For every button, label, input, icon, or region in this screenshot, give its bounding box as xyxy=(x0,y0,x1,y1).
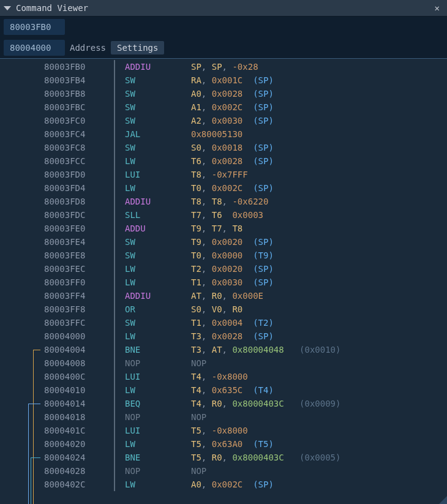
address: 80003FE8 xyxy=(42,249,92,262)
opcode: LW xyxy=(125,262,191,276)
separator xyxy=(114,249,115,262)
disasm-row[interactable]: 80003FBCSWA1, 0x002C (SP) xyxy=(0,100,447,114)
disasm-row[interactable]: 80003FD8ADDIUT8, T8, -0x6220 xyxy=(0,195,447,208)
operands: T1, 0x0030 (SP) xyxy=(191,276,447,289)
disasm-row[interactable]: 80003FECLWT2, 0x0020 (SP) xyxy=(0,262,447,276)
separator xyxy=(114,343,115,356)
disasm-row[interactable]: 80004028NOPNOP xyxy=(0,464,447,478)
disassembly-view[interactable]: 80003FB0ADDIUSP, SP, -0x2880003FB4SWRA, … xyxy=(0,59,447,504)
separator xyxy=(114,235,115,249)
operands: T6, 0x0028 (SP) xyxy=(191,154,447,168)
disasm-row[interactable]: 80003FB0ADDIUSP, SP, -0x28 xyxy=(0,60,447,73)
disasm-row[interactable]: 80003FC4JAL0x80005130 xyxy=(0,127,447,141)
address-input-2[interactable] xyxy=(4,40,65,56)
disasm-row[interactable]: 8000401CLUIT5, -0x8000 xyxy=(0,424,447,437)
operands: T7, T6 0x0003 xyxy=(191,208,447,222)
disasm-row[interactable]: 80003FFCSWT1, 0x0004 (T2) xyxy=(0,316,447,329)
close-icon[interactable]: ✕ xyxy=(432,2,442,13)
address: 80003FCC xyxy=(42,154,92,168)
gutter xyxy=(0,249,42,262)
gutter xyxy=(0,195,42,208)
separator xyxy=(114,195,115,208)
disasm-row[interactable]: 80003FF4ADDIUAT, R0, 0x000E xyxy=(0,289,447,303)
disasm-row[interactable]: 8000402CLWA0, 0x002C (SP) xyxy=(0,478,447,491)
gutter xyxy=(0,303,42,316)
opcode: LUI xyxy=(125,370,191,383)
operands: NOP xyxy=(191,410,447,424)
separator xyxy=(114,181,115,195)
address-input-1[interactable] xyxy=(4,19,65,35)
address: 80003FB4 xyxy=(42,73,92,87)
opcode: ADDIU xyxy=(125,195,191,208)
disasm-row[interactable]: 80003FF8ORS0, V0, R0 xyxy=(0,303,447,316)
disasm-row[interactable]: 80004000LWT3, 0x0028 (SP) xyxy=(0,329,447,343)
disasm-row[interactable]: 80004008NOPNOP xyxy=(0,356,447,370)
address: 80004004 xyxy=(42,343,92,356)
separator xyxy=(114,73,115,87)
opcode: SW xyxy=(125,114,191,127)
disasm-row[interactable]: 80003FC8SWS0, 0x0018 (SP) xyxy=(0,141,447,154)
operands: NOP xyxy=(191,356,447,370)
separator xyxy=(114,478,115,491)
operands: T2, 0x0020 (SP) xyxy=(191,262,447,276)
disasm-row[interactable]: 80003FDCSLLT7, T6 0x0003 xyxy=(0,208,447,222)
address: 80003FF8 xyxy=(42,303,92,316)
address: 80004008 xyxy=(42,356,92,370)
disasm-row[interactable]: 80003FCCLWT6, 0x0028 (SP) xyxy=(0,154,447,168)
separator xyxy=(114,262,115,276)
titlebar[interactable]: Command Viewer ✕ xyxy=(0,0,447,17)
disasm-row[interactable]: 80003FB4SWRA, 0x001C (SP) xyxy=(0,73,447,87)
opcode: SW xyxy=(125,100,191,114)
opcode: ADDIU xyxy=(125,289,191,303)
separator xyxy=(114,303,115,316)
gutter xyxy=(0,114,42,127)
separator xyxy=(114,329,115,343)
separator xyxy=(114,154,115,168)
disasm-row[interactable]: 80003FF0LWT1, 0x0030 (SP) xyxy=(0,276,447,289)
disasm-row[interactable]: 80003FB8SWA0, 0x0028 (SP) xyxy=(0,87,447,100)
disasm-row[interactable]: 80004020LWT5, 0x63A0 (T5) xyxy=(0,437,447,451)
separator xyxy=(114,127,115,141)
disasm-row[interactable]: 80004004BNET3, AT, 0x80004048 (0x0010) xyxy=(0,343,447,356)
collapse-icon[interactable] xyxy=(4,6,11,10)
disasm-row[interactable]: 80003FD0LUIT8, -0x7FFF xyxy=(0,168,447,181)
separator xyxy=(114,87,115,100)
separator xyxy=(114,397,115,410)
address: 80004000 xyxy=(42,329,92,343)
operands: T4, R0, 0x8000403C (0x0009) xyxy=(191,397,447,410)
disasm-row[interactable]: 80004010LWT4, 0x635C (T4) xyxy=(0,383,447,397)
opcode: SW xyxy=(125,141,191,154)
opcode: SW xyxy=(125,73,191,87)
separator xyxy=(114,356,115,370)
gutter xyxy=(0,222,42,235)
disasm-row[interactable]: 80004014BEQT4, R0, 0x8000403C (0x0009) xyxy=(0,397,447,410)
toolbar: Address Settings xyxy=(0,17,447,59)
settings-button[interactable]: Settings xyxy=(111,41,164,55)
disasm-row[interactable]: 80003FD4LWT0, 0x002C (SP) xyxy=(0,181,447,195)
disasm-row[interactable]: 80004024BNET5, R0, 0x8000403C (0x0005) xyxy=(0,451,447,464)
operands: T5, 0x63A0 (T5) xyxy=(191,437,447,451)
separator xyxy=(114,410,115,424)
operands: T9, 0x0020 (SP) xyxy=(191,235,447,249)
window-title: Command Viewer xyxy=(16,3,432,13)
disasm-row[interactable]: 80003FC0SWA2, 0x0030 (SP) xyxy=(0,114,447,127)
gutter xyxy=(0,73,42,87)
disasm-row[interactable]: 80003FE8SWT0, 0x0000 (T9) xyxy=(0,249,447,262)
disasm-row[interactable]: 8000400CLUIT4, -0x8000 xyxy=(0,370,447,383)
separator xyxy=(114,168,115,181)
address: 80003FDC xyxy=(42,208,92,222)
address: 80003FC8 xyxy=(42,141,92,154)
gutter xyxy=(0,235,42,249)
disasm-row[interactable]: 80003FE4SWT9, 0x0020 (SP) xyxy=(0,235,447,249)
disasm-row[interactable]: 80003FE0ADDUT9, T7, T8 xyxy=(0,222,447,235)
opcode: LW xyxy=(125,437,191,451)
address: 80004018 xyxy=(42,410,92,424)
separator xyxy=(114,208,115,222)
gutter xyxy=(0,100,42,114)
disasm-row[interactable]: 80004018NOPNOP xyxy=(0,410,447,424)
separator xyxy=(114,383,115,397)
separator xyxy=(114,316,115,329)
separator xyxy=(114,114,115,127)
address: 80003FF0 xyxy=(42,276,92,289)
resize-handle-icon[interactable] xyxy=(436,496,447,504)
